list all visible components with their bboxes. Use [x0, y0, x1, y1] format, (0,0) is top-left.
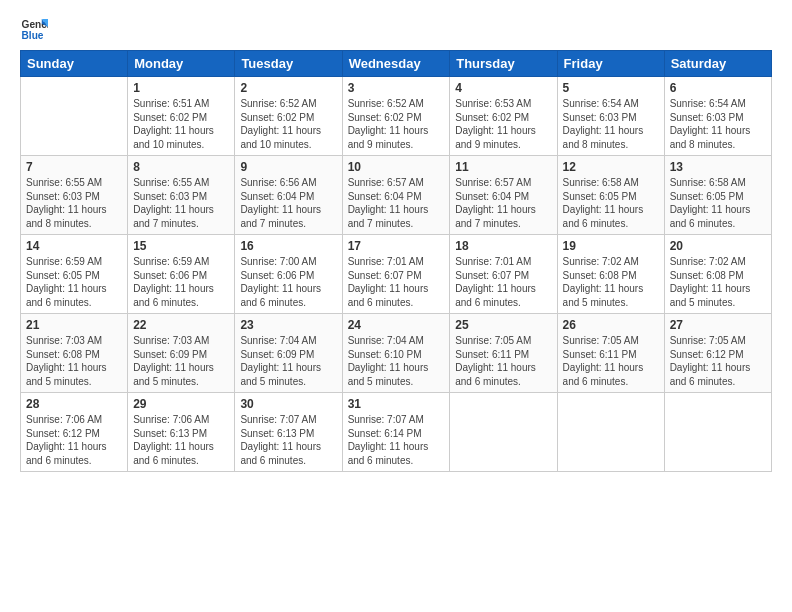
day-info: Sunrise: 6:52 AMSunset: 6:02 PMDaylight:… [348, 97, 445, 151]
calendar-cell: 20Sunrise: 7:02 AMSunset: 6:08 PMDayligh… [664, 235, 771, 314]
calendar-cell: 19Sunrise: 7:02 AMSunset: 6:08 PMDayligh… [557, 235, 664, 314]
logo: General Blue [20, 16, 48, 44]
weekday-header: Monday [128, 51, 235, 77]
day-info: Sunrise: 7:00 AMSunset: 6:06 PMDaylight:… [240, 255, 336, 309]
day-number: 19 [563, 239, 659, 253]
calendar-cell: 4Sunrise: 6:53 AMSunset: 6:02 PMDaylight… [450, 77, 557, 156]
calendar-cell: 8Sunrise: 6:55 AMSunset: 6:03 PMDaylight… [128, 156, 235, 235]
calendar-cell: 30Sunrise: 7:07 AMSunset: 6:13 PMDayligh… [235, 393, 342, 472]
calendar-cell: 12Sunrise: 6:58 AMSunset: 6:05 PMDayligh… [557, 156, 664, 235]
calendar-week-row: 7Sunrise: 6:55 AMSunset: 6:03 PMDaylight… [21, 156, 772, 235]
day-number: 29 [133, 397, 229, 411]
day-number: 22 [133, 318, 229, 332]
calendar-week-row: 14Sunrise: 6:59 AMSunset: 6:05 PMDayligh… [21, 235, 772, 314]
calendar-cell: 23Sunrise: 7:04 AMSunset: 6:09 PMDayligh… [235, 314, 342, 393]
calendar-cell: 28Sunrise: 7:06 AMSunset: 6:12 PMDayligh… [21, 393, 128, 472]
calendar-cell: 5Sunrise: 6:54 AMSunset: 6:03 PMDaylight… [557, 77, 664, 156]
weekday-header: Friday [557, 51, 664, 77]
calendar-cell: 18Sunrise: 7:01 AMSunset: 6:07 PMDayligh… [450, 235, 557, 314]
day-info: Sunrise: 7:04 AMSunset: 6:10 PMDaylight:… [348, 334, 445, 388]
calendar-cell: 31Sunrise: 7:07 AMSunset: 6:14 PMDayligh… [342, 393, 450, 472]
day-number: 8 [133, 160, 229, 174]
day-info: Sunrise: 6:58 AMSunset: 6:05 PMDaylight:… [563, 176, 659, 230]
day-info: Sunrise: 7:05 AMSunset: 6:12 PMDaylight:… [670, 334, 766, 388]
calendar-cell: 10Sunrise: 6:57 AMSunset: 6:04 PMDayligh… [342, 156, 450, 235]
day-number: 21 [26, 318, 122, 332]
calendar-cell [21, 77, 128, 156]
day-number: 3 [348, 81, 445, 95]
weekday-header: Sunday [21, 51, 128, 77]
day-info: Sunrise: 7:07 AMSunset: 6:14 PMDaylight:… [348, 413, 445, 467]
day-info: Sunrise: 6:54 AMSunset: 6:03 PMDaylight:… [670, 97, 766, 151]
day-info: Sunrise: 7:06 AMSunset: 6:13 PMDaylight:… [133, 413, 229, 467]
header: General Blue [20, 16, 772, 44]
calendar-cell: 2Sunrise: 6:52 AMSunset: 6:02 PMDaylight… [235, 77, 342, 156]
calendar-cell: 16Sunrise: 7:00 AMSunset: 6:06 PMDayligh… [235, 235, 342, 314]
day-number: 24 [348, 318, 445, 332]
day-info: Sunrise: 7:01 AMSunset: 6:07 PMDaylight:… [348, 255, 445, 309]
calendar-cell: 29Sunrise: 7:06 AMSunset: 6:13 PMDayligh… [128, 393, 235, 472]
day-number: 6 [670, 81, 766, 95]
day-number: 7 [26, 160, 122, 174]
day-info: Sunrise: 7:05 AMSunset: 6:11 PMDaylight:… [455, 334, 551, 388]
day-info: Sunrise: 7:06 AMSunset: 6:12 PMDaylight:… [26, 413, 122, 467]
day-info: Sunrise: 6:51 AMSunset: 6:02 PMDaylight:… [133, 97, 229, 151]
calendar-cell: 27Sunrise: 7:05 AMSunset: 6:12 PMDayligh… [664, 314, 771, 393]
day-info: Sunrise: 6:53 AMSunset: 6:02 PMDaylight:… [455, 97, 551, 151]
day-info: Sunrise: 6:57 AMSunset: 6:04 PMDaylight:… [455, 176, 551, 230]
day-info: Sunrise: 7:05 AMSunset: 6:11 PMDaylight:… [563, 334, 659, 388]
day-number: 30 [240, 397, 336, 411]
calendar-cell: 24Sunrise: 7:04 AMSunset: 6:10 PMDayligh… [342, 314, 450, 393]
day-info: Sunrise: 6:55 AMSunset: 6:03 PMDaylight:… [26, 176, 122, 230]
day-number: 13 [670, 160, 766, 174]
day-number: 16 [240, 239, 336, 253]
day-info: Sunrise: 6:52 AMSunset: 6:02 PMDaylight:… [240, 97, 336, 151]
day-number: 27 [670, 318, 766, 332]
day-info: Sunrise: 7:03 AMSunset: 6:09 PMDaylight:… [133, 334, 229, 388]
calendar: SundayMondayTuesdayWednesdayThursdayFrid… [20, 50, 772, 472]
day-info: Sunrise: 7:01 AMSunset: 6:07 PMDaylight:… [455, 255, 551, 309]
day-info: Sunrise: 6:58 AMSunset: 6:05 PMDaylight:… [670, 176, 766, 230]
day-number: 28 [26, 397, 122, 411]
calendar-cell: 14Sunrise: 6:59 AMSunset: 6:05 PMDayligh… [21, 235, 128, 314]
day-number: 1 [133, 81, 229, 95]
weekday-header: Tuesday [235, 51, 342, 77]
calendar-cell: 21Sunrise: 7:03 AMSunset: 6:08 PMDayligh… [21, 314, 128, 393]
day-info: Sunrise: 6:56 AMSunset: 6:04 PMDaylight:… [240, 176, 336, 230]
day-info: Sunrise: 6:54 AMSunset: 6:03 PMDaylight:… [563, 97, 659, 151]
calendar-cell: 25Sunrise: 7:05 AMSunset: 6:11 PMDayligh… [450, 314, 557, 393]
day-info: Sunrise: 6:59 AMSunset: 6:06 PMDaylight:… [133, 255, 229, 309]
day-number: 10 [348, 160, 445, 174]
calendar-week-row: 21Sunrise: 7:03 AMSunset: 6:08 PMDayligh… [21, 314, 772, 393]
weekday-header: Saturday [664, 51, 771, 77]
calendar-cell: 17Sunrise: 7:01 AMSunset: 6:07 PMDayligh… [342, 235, 450, 314]
calendar-cell: 22Sunrise: 7:03 AMSunset: 6:09 PMDayligh… [128, 314, 235, 393]
day-number: 11 [455, 160, 551, 174]
calendar-cell [557, 393, 664, 472]
day-info: Sunrise: 7:04 AMSunset: 6:09 PMDaylight:… [240, 334, 336, 388]
day-number: 25 [455, 318, 551, 332]
day-info: Sunrise: 6:59 AMSunset: 6:05 PMDaylight:… [26, 255, 122, 309]
weekday-header-row: SundayMondayTuesdayWednesdayThursdayFrid… [21, 51, 772, 77]
day-number: 4 [455, 81, 551, 95]
day-info: Sunrise: 7:02 AMSunset: 6:08 PMDaylight:… [670, 255, 766, 309]
day-number: 20 [670, 239, 766, 253]
day-number: 5 [563, 81, 659, 95]
day-number: 31 [348, 397, 445, 411]
day-info: Sunrise: 6:57 AMSunset: 6:04 PMDaylight:… [348, 176, 445, 230]
day-number: 9 [240, 160, 336, 174]
calendar-cell: 13Sunrise: 6:58 AMSunset: 6:05 PMDayligh… [664, 156, 771, 235]
day-info: Sunrise: 7:03 AMSunset: 6:08 PMDaylight:… [26, 334, 122, 388]
weekday-header: Thursday [450, 51, 557, 77]
day-number: 18 [455, 239, 551, 253]
day-number: 2 [240, 81, 336, 95]
day-number: 17 [348, 239, 445, 253]
day-number: 23 [240, 318, 336, 332]
weekday-header: Wednesday [342, 51, 450, 77]
day-number: 12 [563, 160, 659, 174]
logo-icon: General Blue [20, 16, 48, 44]
calendar-cell: 26Sunrise: 7:05 AMSunset: 6:11 PMDayligh… [557, 314, 664, 393]
calendar-cell [450, 393, 557, 472]
day-number: 15 [133, 239, 229, 253]
day-info: Sunrise: 7:02 AMSunset: 6:08 PMDaylight:… [563, 255, 659, 309]
